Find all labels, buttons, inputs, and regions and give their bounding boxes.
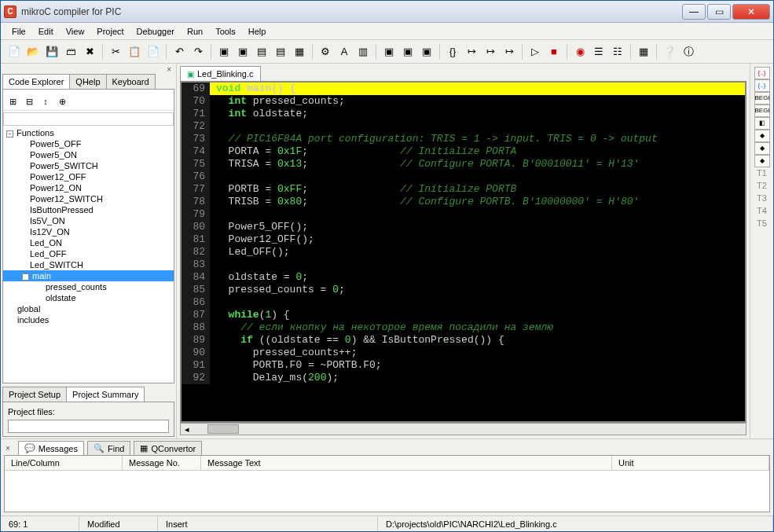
tb-icon-6[interactable]: ▣ xyxy=(380,43,398,61)
paste-icon[interactable]: 📄 xyxy=(145,43,162,61)
code-line[interactable]: 85 pressed_counts = 0; xyxy=(182,284,745,296)
code-line[interactable]: 82 Led_OFF(); xyxy=(182,246,745,259)
new-file-icon[interactable]: 📄 xyxy=(6,43,23,61)
tree-function-item[interactable]: Led_ON xyxy=(3,237,174,248)
tree-function-item[interactable]: Led_SWITCH xyxy=(3,259,174,270)
tree-global[interactable]: global xyxy=(3,303,174,314)
about-icon[interactable]: ⓘ xyxy=(680,43,697,61)
open-file-icon[interactable]: 📂 xyxy=(24,43,42,61)
bottom-panel-close-icon[interactable]: × xyxy=(4,444,15,453)
right-tool-icon[interactable]: ◆ xyxy=(754,155,770,167)
step-icon-4[interactable]: ↦ xyxy=(501,43,518,61)
tree-function-item[interactable]: Power12_ON xyxy=(3,182,174,193)
tree-function-item[interactable]: Is5V_ON xyxy=(3,215,174,226)
code-line[interactable]: 77 PORTB = 0xFF; // Initialize PORTB xyxy=(182,183,745,196)
left-panel-close-icon[interactable]: × xyxy=(2,65,174,74)
maximize-button[interactable]: ▭ xyxy=(707,4,731,20)
step-icon-2[interactable]: ↦ xyxy=(463,43,480,61)
menu-project[interactable]: Project xyxy=(90,24,130,39)
col-msgtext[interactable]: Message Text xyxy=(201,456,612,470)
tree-function-item[interactable]: Is12V_ON xyxy=(3,226,174,237)
code-line[interactable]: 73 // PIC16F84A port configuration: TRIS… xyxy=(182,133,745,145)
tree-includes[interactable]: includes xyxy=(3,314,174,325)
chart-icon[interactable]: ▥ xyxy=(354,43,372,61)
editor-tab[interactable]: ▣ Led_Blinking.c xyxy=(180,66,261,81)
col-unit[interactable]: Unit xyxy=(612,456,769,470)
code-line[interactable]: 89 if ((oldstate == 0) && IsButtonPresse… xyxy=(182,334,745,347)
tree-tool-3[interactable]: ↕ xyxy=(39,95,53,108)
code-line[interactable]: 81 Power12_OFF(); xyxy=(182,233,745,246)
code-line[interactable]: 75 TRISA = 0x13; // Configure PORTA. B'0… xyxy=(182,158,745,171)
tree-main-child[interactable]: oldstate xyxy=(3,292,174,303)
close-file-icon[interactable]: ✖ xyxy=(81,43,98,61)
tree-function-item[interactable]: Power12_OFF xyxy=(3,171,174,182)
menu-edit[interactable]: Edit xyxy=(32,24,60,39)
cut-icon[interactable]: ✂ xyxy=(107,43,124,61)
code-line[interactable]: 88 // если кнопку на некоторое время пос… xyxy=(182,321,745,334)
tb-list-icon[interactable]: ☷ xyxy=(609,43,626,61)
settings-icon[interactable]: ⚙ xyxy=(317,43,334,61)
save-icon[interactable]: 💾 xyxy=(43,43,61,61)
menu-tools[interactable]: Tools xyxy=(209,24,242,39)
tree-search-input[interactable] xyxy=(3,112,174,126)
font-icon[interactable]: A xyxy=(336,43,353,61)
code-editor[interactable]: 69void main() {70 int pressed_counts;71 … xyxy=(180,81,746,423)
menu-help[interactable]: Help xyxy=(242,24,273,39)
tree-tool-4[interactable]: ⊕ xyxy=(55,95,69,108)
tb-icon-3[interactable]: ▤ xyxy=(253,43,270,61)
code-line[interactable]: 78 TRISB = 0x80; // Configure PORTB. B'1… xyxy=(182,196,745,208)
code-line[interactable]: 79 xyxy=(182,208,745,221)
right-tool-icon[interactable]: T4 xyxy=(754,205,770,218)
step-icon-1[interactable]: {} xyxy=(444,43,461,61)
tree-function-item[interactable]: Power12_SWITCH xyxy=(3,193,174,204)
tree-tool-2[interactable]: ⊟ xyxy=(22,95,36,108)
tb-icon-2[interactable]: ▣ xyxy=(234,43,251,61)
code-line[interactable]: 70 int pressed_counts; xyxy=(182,95,745,108)
right-tool-icon[interactable]: T1 xyxy=(754,167,770,180)
tab-keyboard[interactable]: Keyboard xyxy=(106,74,156,89)
right-tool-icon[interactable]: BEGI xyxy=(754,92,770,105)
undo-icon[interactable]: ↶ xyxy=(171,43,188,61)
save-all-icon[interactable]: 🗃 xyxy=(62,43,79,61)
right-tool-icon[interactable]: T3 xyxy=(754,193,770,205)
right-tool-icon[interactable]: ◆ xyxy=(754,142,770,155)
step-icon-3[interactable]: ↦ xyxy=(482,43,499,61)
tree-function-item[interactable]: Led_OFF xyxy=(3,248,174,259)
code-line[interactable]: 91 PORTB.F0 = ~PORTB.F0; xyxy=(182,359,745,372)
menu-view[interactable]: View xyxy=(60,24,91,39)
horizontal-scrollbar[interactable]: ◂ xyxy=(180,423,746,435)
tree-functions[interactable]: -Functions xyxy=(3,127,174,138)
code-line[interactable]: 92 Delay_ms(200); xyxy=(182,372,745,384)
tab-qhelp[interactable]: QHelp xyxy=(69,74,106,89)
copy-icon[interactable]: 📋 xyxy=(126,43,143,61)
tb-icon-4[interactable]: ▤ xyxy=(272,43,289,61)
tree-function-item[interactable]: Power5_SWITCH xyxy=(3,160,174,171)
minimize-button[interactable]: — xyxy=(682,4,706,20)
run-icon[interactable]: ▷ xyxy=(526,43,544,61)
code-line[interactable]: 69void main() { xyxy=(182,83,745,95)
code-line[interactable]: 84 oldstate = 0; xyxy=(182,271,745,284)
code-line[interactable]: 71 int oldstate; xyxy=(182,108,745,120)
tb-icon-8[interactable]: ▣ xyxy=(418,43,435,61)
col-msgno[interactable]: Message No. xyxy=(123,456,201,470)
tab-qconvertor[interactable]: ▦QConvertor xyxy=(134,441,202,455)
code-line[interactable]: 86 xyxy=(182,296,745,309)
tb-icon-5[interactable]: ▦ xyxy=(291,43,308,61)
code-line[interactable]: 76 xyxy=(182,171,745,183)
tb-icon-1[interactable]: ▣ xyxy=(215,43,233,61)
close-button[interactable]: ✕ xyxy=(732,4,770,20)
tab-project-summary[interactable]: Project Summary xyxy=(66,387,145,402)
right-tool-icon[interactable]: {..} xyxy=(754,67,770,79)
tab-find[interactable]: 🔍Find xyxy=(87,441,130,455)
tb-icon-7[interactable]: ▣ xyxy=(399,43,416,61)
code-line[interactable]: 74 PORTA = 0x1F; // Initialize PORTA xyxy=(182,145,745,158)
right-tool-icon[interactable]: BEGI xyxy=(754,105,770,117)
tb-red-icon[interactable]: ◉ xyxy=(571,43,589,61)
menu-run[interactable]: Run xyxy=(181,24,209,39)
help-icon[interactable]: ❔ xyxy=(661,43,678,61)
tb-btn-x[interactable]: ▦ xyxy=(635,43,652,61)
right-tool-icon[interactable]: T5 xyxy=(754,218,770,230)
col-line[interactable]: Line/Column xyxy=(5,456,123,470)
tree-function-item[interactable]: IsButtonPressed xyxy=(3,204,174,215)
menu-debugger[interactable]: Debugger xyxy=(130,24,181,39)
